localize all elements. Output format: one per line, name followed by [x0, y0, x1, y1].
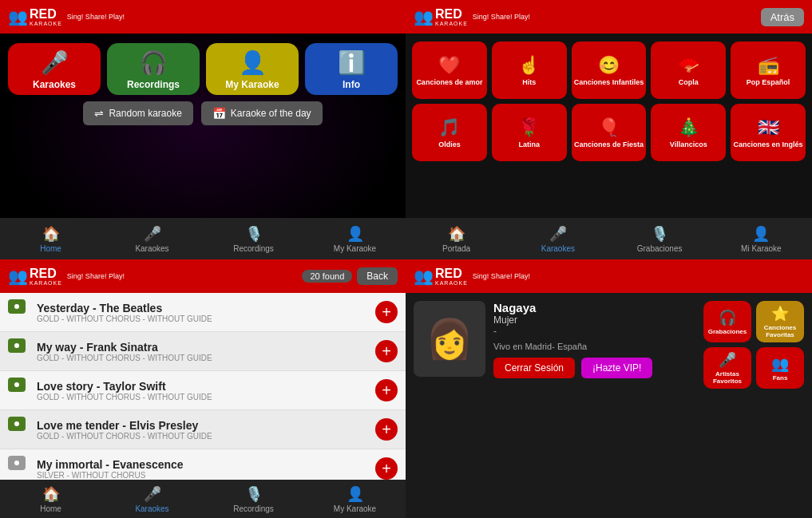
- add-song-button[interactable]: +: [375, 340, 398, 362]
- logo2-people-icon: 👥: [414, 7, 434, 26]
- logo: 👥 RED KARAOKE Sing! Share! Play!: [8, 7, 125, 26]
- cat-hits[interactable]: ☝️ Hits: [492, 42, 567, 99]
- brand-karaoke: KARAOKE: [30, 21, 62, 26]
- nav-recordings[interactable]: 🎙️ Recordings: [203, 218, 304, 259]
- cat-latina-label: Latina: [518, 140, 540, 149]
- brand-tagline: Sing! Share! Play!: [67, 13, 125, 21]
- logo3-people-icon: 👥: [8, 267, 28, 286]
- nav3-home[interactable]: 🏠 Home: [0, 480, 101, 518]
- random-karaoke-button[interactable]: ⇌ Random karaoke: [83, 101, 192, 125]
- grabaciones-button[interactable]: 🎧 Grabaciones: [703, 301, 751, 342]
- vip-button[interactable]: ¡Hazte VIP!: [581, 358, 652, 378]
- cat-ingles[interactable]: 🇬🇧 Canciones en Inglés: [731, 104, 806, 161]
- count-badge: 20 found: [302, 270, 352, 283]
- hits-icon: ☝️: [518, 55, 540, 76]
- karaokes-button[interactable]: 🎤 Karaokes: [8, 43, 101, 95]
- fans-icon: 👥: [771, 355, 789, 373]
- back-button3[interactable]: Back: [357, 267, 398, 285]
- nav-my-karaoke[interactable]: 👤 My Karaoke: [304, 218, 406, 259]
- nav3-my-karaoke[interactable]: 👤 My Karaoke: [304, 480, 406, 518]
- karaoke-of-day-button[interactable]: 📅 Karaoke of the day: [201, 101, 323, 125]
- list-item: Yesterday - The Beatles GOLD - WITHOUT C…: [0, 293, 406, 332]
- brand4-karaoke: KARAOKE: [435, 280, 468, 286]
- nav3-karaokes[interactable]: 🎤 Karaokes: [101, 480, 203, 518]
- main-menu-grid: 🎤 Karaokes 🎧 Recordings 👤 My Karaoke ℹ️ …: [0, 34, 406, 101]
- logo3: 👥 RED KARAOKE Sing! Share! Play!: [8, 267, 125, 286]
- panel1-header: 👥 RED KARAOKE Sing! Share! Play!: [0, 0, 406, 34]
- random-karaoke-label: Random karaoke: [109, 108, 181, 119]
- person-icon: 👤: [239, 49, 267, 76]
- recordings3-icon: 🎙️: [245, 485, 263, 503]
- my-karaoke-button[interactable]: 👤 My Karaoke: [206, 43, 299, 95]
- nav-karaokes[interactable]: 🎤 Karaokes: [101, 218, 203, 259]
- nav2-grabaciones[interactable]: 🎙️ Grabaciones: [609, 218, 711, 259]
- cat-canciones-amor[interactable]: ❤️ Canciones de amor: [412, 42, 487, 99]
- cat-fiesta[interactable]: 🎈 Canciones de Fiesta: [572, 104, 647, 161]
- brand4-red: RED: [435, 267, 468, 280]
- song-sub: GOLD - WITHOUT CHORUS - WITHOUT GUIDE: [37, 354, 375, 362]
- logout-button[interactable]: Cerrar Sesión: [493, 358, 575, 378]
- karaokes3-icon: 🎤: [144, 485, 161, 503]
- song-title: Love me tender - Elvis Presley: [37, 419, 375, 432]
- nav2-portada[interactable]: 🏠 Portada: [406, 218, 507, 259]
- smiley-icon: 😊: [598, 55, 620, 76]
- cat-villancicos-label: Villancicos: [670, 140, 707, 149]
- brand3-karaoke: KARAOKE: [30, 280, 62, 286]
- cat-pop-espanol[interactable]: 📻 Pop Español: [731, 42, 806, 99]
- logo2: 👥 RED KARAOKE Sing! Share! Play!: [414, 7, 530, 26]
- song-title: My immortal - Evanescence: [37, 458, 375, 471]
- list-item: Love story - Taylor Swift GOLD - WITHOUT…: [0, 371, 406, 410]
- fans-button[interactable]: 👥 Fans: [756, 347, 804, 389]
- home-icon: 🏠: [42, 225, 60, 243]
- panel-karaokes: 👥 RED KARAOKE Sing! Share! Play! Atrás ❤…: [406, 0, 812, 259]
- song-title: Love story - Taylor Swift: [37, 380, 375, 393]
- user-gender: Mujer: [493, 314, 695, 326]
- nav2-karaokes[interactable]: 🎤 Karaokes: [507, 218, 608, 259]
- brand-red: RED: [30, 8, 62, 21]
- fans-label: Fans: [773, 374, 788, 382]
- recordings-button[interactable]: 🎧 Recordings: [107, 43, 200, 95]
- artists-button[interactable]: 🎤 Artistas Favoritos: [703, 347, 751, 389]
- brand3-tagline: Sing! Share! Play!: [67, 272, 125, 280]
- fan-icon: 🪭: [678, 55, 699, 76]
- info-button[interactable]: ℹ️ Info: [305, 43, 398, 95]
- mi-karaoke-icon: 👤: [752, 225, 770, 243]
- my-karaoke-label: My Karaoke: [225, 79, 279, 90]
- artists-icon: 🎤: [719, 351, 736, 369]
- cat-oldies[interactable]: 🎵 Oldies: [412, 104, 487, 161]
- add-song-button[interactable]: +: [375, 457, 398, 480]
- song-title: Yesterday - The Beatles: [37, 302, 375, 314]
- song-title: My way - Frank Sinatra: [37, 341, 375, 354]
- song-sub: GOLD - WITHOUT CHORUS - WITHOUT GUIDE: [37, 393, 375, 401]
- cat-villancicos[interactable]: 🎄 Villancicos: [651, 104, 726, 161]
- user-info: Nagaya Mujer - Vivo en Madrid- España Ce…: [493, 301, 695, 389]
- nav-karaokes-label: Karaokes: [135, 244, 168, 253]
- user-name: Nagaya: [493, 301, 695, 314]
- artists-label: Artistas Favoritos: [703, 370, 751, 385]
- cat-oldies-label: Oldies: [438, 140, 461, 149]
- add-song-button[interactable]: +: [375, 301, 398, 323]
- music-note-icon: 🎵: [438, 117, 460, 138]
- cat-infantiles[interactable]: 😊 Canciones Infantiles: [572, 42, 647, 99]
- user-dash: -: [493, 326, 695, 337]
- karaokes-label: Karaokes: [33, 79, 76, 90]
- nav2-mi-karaoke[interactable]: 👤 Mi Karaoke: [711, 218, 812, 259]
- nav3-my-karaoke-label: My Karaoke: [334, 504, 376, 513]
- cat-hits-label: Hits: [522, 78, 536, 87]
- back-button[interactable]: Atrás: [761, 8, 804, 26]
- cat-latina[interactable]: 🌹 Latina: [492, 104, 567, 161]
- nav-home-label: Home: [40, 244, 61, 253]
- add-song-button[interactable]: +: [375, 379, 398, 401]
- nav3-home-label: Home: [40, 504, 61, 513]
- nav3-recordings[interactable]: 🎙️ Recordings: [203, 480, 304, 518]
- cat-copla[interactable]: 🪭 Copla: [651, 42, 726, 99]
- nav3-karaokes-label: Karaokes: [135, 504, 168, 513]
- add-song-button[interactable]: +: [375, 418, 398, 441]
- nav-home[interactable]: 🏠 Home: [0, 218, 101, 259]
- rose-icon: 🌹: [518, 117, 540, 138]
- cat-fiesta-label: Canciones de Fiesta: [574, 140, 644, 149]
- favorites-button[interactable]: ⭐ Canciones Favoritas: [756, 301, 804, 342]
- calendar-icon: 📅: [212, 107, 226, 120]
- radio-icon: 📻: [758, 55, 779, 76]
- random-row: ⇌ Random karaoke 📅 Karaoke of the day: [0, 101, 406, 132]
